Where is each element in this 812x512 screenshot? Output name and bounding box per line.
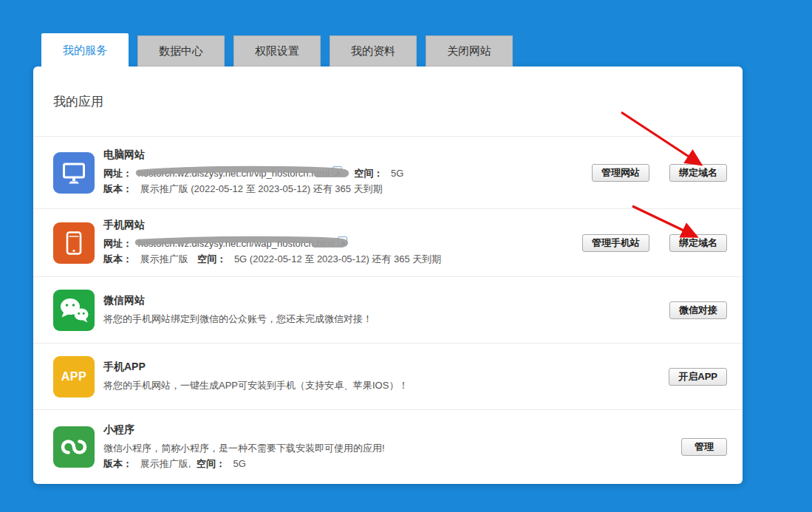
smartphone-icon — [53, 222, 95, 264]
app-row-pc-website: 电脑网站 网址： hostorch.wz.dlszysy.net.cn/vip_… — [33, 137, 743, 209]
wechat-connect-button[interactable]: 微信对接 — [669, 301, 727, 319]
manage-website-button[interactable]: 管理网站 — [592, 164, 649, 182]
wechat-website-actions: 微信对接 — [669, 301, 727, 319]
url-label: 网址： — [103, 238, 132, 249]
mobile-website-actions: 管理手机站 绑定域名 — [582, 234, 727, 252]
pc-website-title: 电脑网站 — [103, 149, 592, 162]
app-badge-icon: APP — [53, 356, 95, 397]
app-icon-label: APP — [61, 370, 86, 383]
tab-my-services[interactable]: 我的服务 — [41, 33, 129, 67]
panel-header: 我的应用 — [33, 66, 743, 137]
version-label: 版本： — [103, 458, 132, 469]
external-link-icon[interactable] — [338, 236, 347, 246]
enable-app-button[interactable]: 开启APP — [669, 368, 727, 386]
app-row-mobile-website: 手机网站 网址： hostorch.wz.dlszysy.net.cn/wap_… — [33, 209, 743, 277]
external-link-icon[interactable] — [332, 166, 342, 176]
wechat-icon — [53, 290, 95, 331]
wechat-website-desc: 将您的手机网站绑定到微信的公众账号，您还未完成微信对接！ — [103, 311, 669, 327]
mobile-space-value: 5G (2022-05-12 至 2023-05-12) 还有 365 天到期 — [234, 253, 441, 264]
mini-program-desc: 微信小程序，简称小程序，是一种不需要下载安装即可使用的应用! — [103, 440, 681, 456]
tab-my-profile[interactable]: 我的资料 — [330, 35, 417, 66]
mobile-app-desc: 将您的手机网站，一键生成APP可安装到手机（支持安卓、苹果IOS）！ — [103, 378, 669, 393]
mobile-app-title: 手机APP — [103, 361, 669, 374]
mobile-version-value: 展示推广版 — [140, 253, 188, 264]
pc-space-value: 5G — [391, 168, 403, 179]
mobile-website-url-line: 网址： hostorch.wz.dlszysy.net.cn/wap_hosto… — [103, 236, 582, 251]
url-label: 网址： — [103, 168, 132, 179]
mobile-app-actions: 开启APP — [669, 368, 727, 386]
mini-program-actions: 管理 — [681, 438, 727, 456]
app-row-wechat-website: 微信网站 将您的手机网站绑定到微信的公众账号，您还未完成微信对接！ 微信对接 — [33, 277, 743, 344]
pc-website-url: hostorch.wz.dlszysy.net.cn/vip_hostorch.… — [138, 165, 330, 181]
bind-domain-button-mobile[interactable]: 绑定域名 — [669, 234, 727, 252]
mobile-website-version-line: 版本： 展示推广版 空间： 5G (2022-05-12 至 2023-05-1… — [103, 251, 582, 267]
version-label: 版本： — [103, 253, 132, 264]
page-title: 我的应用 — [53, 93, 103, 110]
wechat-website-title: 微信网站 — [103, 294, 669, 307]
app-row-mini-program: 小程序 微信小程序，简称小程序，是一种不需要下载安装即可使用的应用! 版本： 展… — [33, 410, 743, 484]
mobile-website-url: hostorch.wz.dlszysy.net.cn/wap_hostorch.… — [138, 236, 335, 251]
wechat-website-info: 微信网站 将您的手机网站绑定到微信的公众账号，您还未完成微信对接！ — [103, 294, 669, 327]
desktop-monitor-icon — [53, 152, 95, 194]
mini-space-value: 5G — [233, 458, 246, 469]
my-services-panel: 我的应用 电脑网站 网址： hostorch.wz.dlszysy.net.cn… — [33, 66, 743, 484]
mini-program-version-line: 版本： 展示推广版, 空间： 5G — [103, 456, 681, 471]
mini-version-value: 展示推广版, — [140, 458, 191, 469]
mobile-app-info: 手机APP 将您的手机网站，一键生成APP可安装到手机（支持安卓、苹果IOS）！ — [103, 361, 669, 393]
pc-version-value: 展示推广版 (2022-05-12 至 2023-05-12) 还有 365 天… — [140, 183, 383, 194]
pc-website-url-line: 网址： hostorch.wz.dlszysy.net.cn/vip_hosto… — [103, 165, 592, 181]
tab-close-website[interactable]: 关闭网站 — [426, 35, 513, 66]
app-row-mobile-app: APP 手机APP 将您的手机网站，一键生成APP可安装到手机（支持安卓、苹果I… — [33, 344, 743, 410]
pc-website-actions: 管理网站 绑定域名 — [592, 164, 727, 182]
space-label: 空间： — [197, 458, 225, 469]
manage-mobile-site-button[interactable]: 管理手机站 — [582, 234, 649, 252]
page-background: 我的服务 数据中心 权限设置 我的资料 关闭网站 我的应用 电脑网站 网址： — [0, 0, 812, 512]
tab-permission-settings[interactable]: 权限设置 — [233, 35, 321, 66]
mini-program-title: 小程序 — [103, 423, 681, 437]
mobile-website-title: 手机网站 — [103, 219, 582, 232]
mobile-website-info: 手机网站 网址： hostorch.wz.dlszysy.net.cn/wap_… — [103, 219, 582, 267]
version-label: 版本： — [103, 183, 132, 194]
space-label: 空间： — [354, 168, 383, 179]
tab-data-center[interactable]: 数据中心 — [137, 35, 225, 66]
mini-program-info: 小程序 微信小程序，简称小程序，是一种不需要下载安装即可使用的应用! 版本： 展… — [103, 423, 681, 471]
mini-program-icon — [53, 426, 95, 468]
pc-website-version-line: 版本： 展示推广版 (2022-05-12 至 2023-05-12) 还有 3… — [103, 181, 592, 197]
manage-mini-program-button[interactable]: 管理 — [681, 438, 727, 456]
tab-bar: 我的服务 数据中心 权限设置 我的资料 关闭网站 — [41, 33, 513, 67]
space-label: 空间： — [197, 253, 226, 264]
bind-domain-button-pc[interactable]: 绑定域名 — [669, 164, 727, 182]
pc-website-info: 电脑网站 网址： hostorch.wz.dlszysy.net.cn/vip_… — [103, 149, 592, 197]
